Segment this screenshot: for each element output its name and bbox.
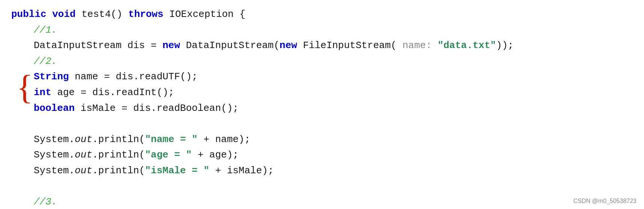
brace-group: { String name = dis.readUTF(); int age =… bbox=[11, 69, 633, 116]
code-line-2: //1. bbox=[11, 23, 633, 38]
code-line-8 bbox=[11, 116, 633, 132]
comment-1: //1. bbox=[34, 23, 57, 38]
code-line-6: int age = dis.readInt(); bbox=[11, 85, 633, 101]
watermark: CSDN @m0_50538723 bbox=[573, 198, 636, 204]
code-line-3: DataInputStream dis = new DataInputStrea… bbox=[11, 38, 633, 54]
code-line-1: public void test4() throws IOException { bbox=[11, 7, 633, 23]
keyword-void: void bbox=[52, 7, 75, 23]
keyword-public: public bbox=[11, 7, 47, 23]
code-line-13: //3. bbox=[11, 194, 633, 209]
comment-2: //2. bbox=[34, 54, 57, 70]
code-line-10: System.out.println("age = " + age); bbox=[11, 147, 633, 163]
code-block: public void test4() throws IOException {… bbox=[11, 7, 633, 209]
code-line-4: //2. bbox=[11, 54, 633, 70]
brace-icon: { bbox=[17, 70, 33, 104]
code-line-12 bbox=[11, 179, 633, 195]
code-line-11: System.out.println("isMale = " + isMale)… bbox=[11, 163, 633, 179]
code-line-9: System.out.println("name = " + name); bbox=[11, 132, 633, 148]
keyword-throws: throws bbox=[128, 7, 164, 23]
code-line-5: String name = dis.readUTF(); bbox=[11, 69, 633, 85]
code-container: public void test4() throws IOException {… bbox=[0, 0, 644, 209]
code-line-7: boolean isMale = dis.readBoolean(); bbox=[11, 101, 633, 117]
comment-3: //3. bbox=[34, 194, 57, 209]
